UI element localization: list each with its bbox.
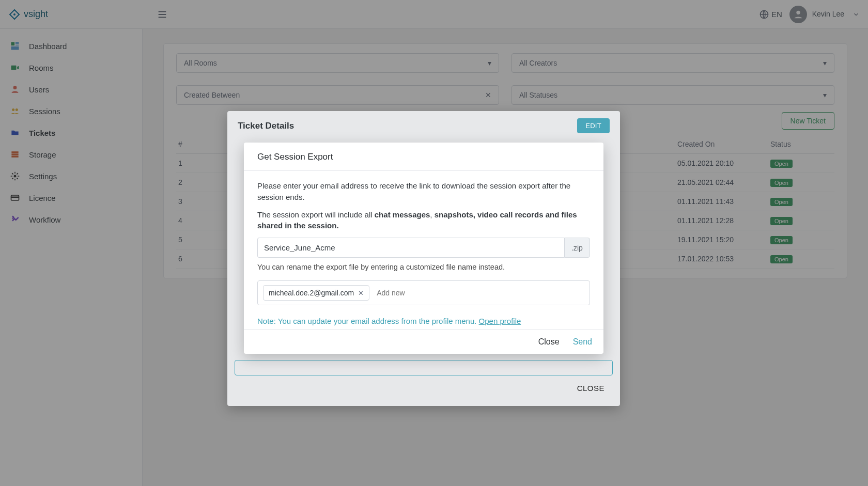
- session-export-dialog: Get Session Export Please enter your ema…: [244, 143, 603, 354]
- app-root: vsight EN Kevin Lee Dashboard: [0, 0, 868, 486]
- session-export-intro: Please enter your email address to recei…: [257, 180, 590, 203]
- ticket-details-dialog: Ticket Details EDIT Get Session Export P…: [227, 111, 620, 406]
- session-export-includes: The session export will include all chat…: [257, 209, 590, 232]
- rename-hint: You can rename the export file by enteri…: [257, 263, 590, 271]
- close-icon[interactable]: ✕: [358, 289, 364, 297]
- profile-note: Note: You can update your email address …: [257, 317, 590, 325]
- export-filename-input[interactable]: [257, 238, 564, 258]
- ticket-details-close-button[interactable]: CLOSE: [574, 380, 608, 397]
- add-email-input[interactable]: [377, 289, 584, 297]
- export-filename-suffix: .zip: [564, 238, 590, 258]
- open-profile-link[interactable]: Open profile: [479, 317, 521, 325]
- export-close-button[interactable]: Close: [538, 337, 560, 347]
- email-chip-label: micheal.doe.2@gmail.com: [269, 289, 354, 297]
- email-chip: micheal.doe.2@gmail.com ✕: [263, 285, 369, 301]
- ticket-details-title: Ticket Details: [238, 121, 294, 131]
- session-export-title: Get Session Export: [244, 143, 603, 171]
- outer-action-bar[interactable]: [235, 360, 613, 375]
- email-chipbox[interactable]: micheal.doe.2@gmail.com ✕: [257, 280, 590, 305]
- edit-button[interactable]: EDIT: [577, 118, 610, 133]
- export-send-button[interactable]: Send: [573, 337, 592, 347]
